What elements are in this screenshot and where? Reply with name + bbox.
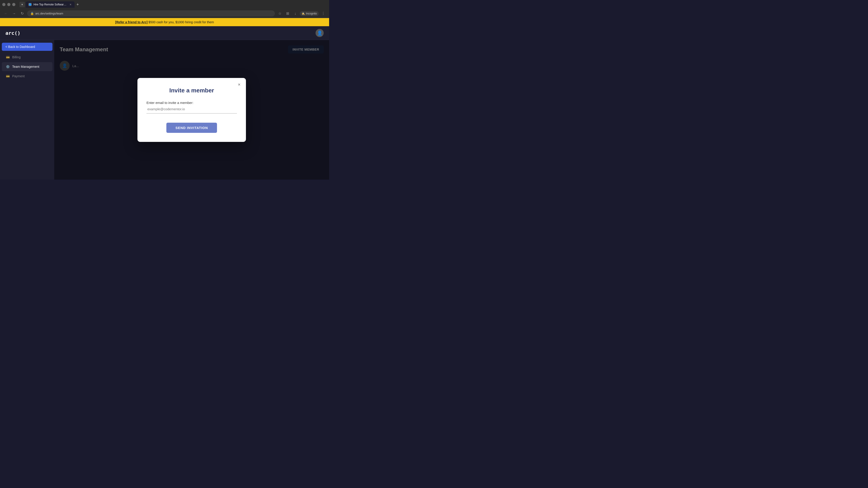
sidebar-payment-label: Payment — [12, 74, 25, 78]
window-controls: ─ □ × — [2, 3, 16, 6]
team-icon: ⚙️ — [5, 64, 10, 69]
modal-overlay[interactable]: × Invite a member Enter email to invite … — [54, 40, 329, 180]
main-content: Team Management INVITE MEMBER 👤 La... × … — [54, 40, 329, 180]
app-logo: arc() — [5, 30, 20, 36]
extensions-button[interactable]: ⊞ — [284, 10, 291, 17]
back-button[interactable]: ← — [3, 10, 9, 17]
modal-title: Invite a member — [147, 87, 237, 94]
app-header: arc() 👤 — [0, 26, 329, 40]
modal-footer: SEND INVITATION — [147, 123, 237, 133]
tab-switcher[interactable]: ▾ — [20, 2, 25, 7]
app-body: < Back to Dashboard 💳 Billing ⚙️ Team Ma… — [0, 40, 329, 180]
promo-banner: [Refer a friend to Arc] $500 cash for yo… — [0, 18, 329, 26]
app-wrapper: [Refer a friend to Arc] $500 cash for yo… — [0, 18, 329, 180]
billing-icon: 💳 — [5, 55, 10, 59]
sidebar-billing-label: Billing — [12, 55, 21, 59]
sidebar-item-billing[interactable]: 💳 Billing — [2, 53, 53, 62]
referral-link[interactable]: [Refer a friend to Arc] — [115, 20, 148, 24]
incognito-icon: 🕵 — [302, 12, 305, 15]
close-window-button[interactable]: × — [12, 3, 16, 6]
active-tab[interactable]: 🔷 Hire Top Remote Software Dev... × — [26, 1, 74, 8]
send-invitation-button[interactable]: SEND INVITATION — [166, 123, 217, 133]
incognito-badge: 🕵 Incognito — [300, 11, 319, 16]
download-button[interactable]: ↓ — [292, 10, 298, 17]
toolbar-actions: ☆ ⊞ ↓ 🕵 Incognito ⋮ — [277, 10, 327, 17]
browser-toolbar: ← → ↻ 🔒 arc.dev/settings/team ☆ ⊞ ↓ 🕵 In… — [0, 9, 329, 18]
minimize-button[interactable]: ─ — [2, 3, 5, 6]
tab-bar: ▾ 🔷 Hire Top Remote Software Dev... × + — [17, 0, 327, 8]
tab-favicon: 🔷 — [29, 3, 32, 6]
payment-icon: 💳 — [5, 74, 10, 78]
sidebar-team-label: Team Management — [12, 65, 39, 68]
sidebar-item-team[interactable]: ⚙️ Team Management — [2, 62, 53, 71]
tab-close-button[interactable]: × — [69, 3, 72, 6]
address-bar[interactable]: 🔒 arc.dev/settings/team — [27, 10, 275, 17]
banner-text: $500 cash for you, $1000 hiring credit f… — [148, 20, 214, 24]
modal-close-button[interactable]: × — [236, 82, 242, 88]
email-input[interactable] — [147, 105, 237, 113]
incognito-label: Incognito — [306, 12, 317, 15]
bookmark-button[interactable]: ☆ — [277, 10, 283, 17]
back-to-dashboard-button[interactable]: < Back to Dashboard — [2, 43, 53, 51]
forward-button[interactable]: → — [11, 10, 17, 17]
sidebar-item-payment[interactable]: 💳 Payment — [2, 72, 53, 80]
user-avatar[interactable]: 👤 — [315, 29, 324, 37]
menu-button[interactable]: ⋮ — [320, 10, 327, 17]
invite-modal: × Invite a member Enter email to invite … — [137, 78, 246, 142]
email-field-label: Enter email to invite a member: — [147, 101, 193, 105]
title-bar: ─ □ × ▾ 🔷 Hire Top Remote Software Dev..… — [0, 0, 329, 9]
address-text: arc.dev/settings/team — [35, 12, 63, 15]
browser-chrome: ─ □ × ▾ 🔷 Hire Top Remote Software Dev..… — [0, 0, 329, 18]
email-field-group: Enter email to invite a member: — [147, 101, 237, 113]
reload-button[interactable]: ↻ — [19, 10, 25, 17]
tab-title: Hire Top Remote Software Dev... — [33, 3, 67, 6]
maximize-button[interactable]: □ — [7, 3, 10, 6]
sidebar: < Back to Dashboard 💳 Billing ⚙️ Team Ma… — [0, 40, 54, 180]
new-tab-button[interactable]: + — [75, 1, 80, 8]
